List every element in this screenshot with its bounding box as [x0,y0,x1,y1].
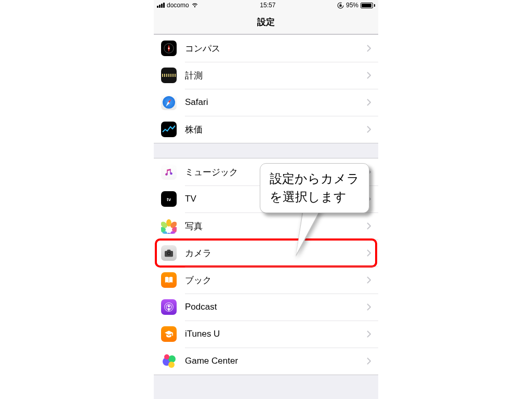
settings-row-gamecenter[interactable]: Game Center [154,348,378,375]
status-time: 15:57 [260,2,275,9]
chevron-right-icon [367,222,378,230]
photos-icon [161,218,177,234]
compass-icon [161,41,177,56]
annotation-callout: 設定からカメラ を選択します [260,163,369,213]
cellular-signal-icon [157,3,165,8]
measure-icon [161,68,177,83]
chevron-right-icon [367,357,378,365]
podcast-icon [161,299,177,315]
settings-row-safari[interactable]: Safari [154,89,378,116]
tv-icon: tv [161,191,177,207]
music-icon [161,164,177,180]
svg-point-4 [168,252,169,254]
settings-row-books[interactable]: ブック [154,267,378,294]
battery-fill [362,4,371,7]
settings-row-label: Game Center [185,356,367,366]
chevron-right-icon [367,45,378,52]
settings-group: コンパス計測Safari株価 [154,34,378,143]
wifi-icon [191,2,198,9]
page-title: 設定 [154,10,378,34]
settings-row-label: Podcast [185,302,367,312]
settings-row-measure[interactable]: 計測 [154,62,378,89]
settings-row-label: コンパス [185,43,367,55]
camera-icon [161,245,177,261]
books-icon [161,272,177,288]
settings-row-label: iTunes U [185,329,367,339]
chevron-right-icon [367,99,378,106]
settings-row-podcast[interactable]: Podcast [154,294,378,321]
chevron-right-icon [367,249,378,257]
stocks-icon [161,122,177,137]
svg-point-2 [168,48,170,49]
battery-icon [361,3,375,8]
settings-row-label: カメラ [185,247,367,259]
battery-percentage: 95% [346,2,358,9]
carrier-label: docomo [167,2,189,9]
settings-row-photos[interactable]: 写真 [154,212,378,240]
chevron-right-icon [367,330,378,338]
settings-row-compass[interactable]: コンパス [154,35,378,62]
chevron-right-icon [367,72,378,79]
gamecenter-icon [161,353,177,369]
settings-row-stocks[interactable]: 株価 [154,116,378,143]
settings-row-label: 計測 [185,70,367,82]
settings-row-label: ブック [185,274,367,286]
status-bar: docomo 15:57 95% [154,0,378,10]
settings-row-itunesu[interactable]: iTunes U [154,321,378,348]
chevron-right-icon [367,126,378,133]
settings-row-camera[interactable]: カメラ [154,240,378,267]
settings-row-label: 写真 [185,220,367,232]
chevron-right-icon [367,303,378,311]
svg-point-7 [168,305,170,307]
settings-row-label: Safari [185,97,367,108]
itunesu-icon [161,326,177,342]
safari-icon [161,95,177,110]
chevron-right-icon [367,276,378,284]
orientation-lock-icon [337,2,344,9]
settings-row-label: 株価 [185,124,367,136]
